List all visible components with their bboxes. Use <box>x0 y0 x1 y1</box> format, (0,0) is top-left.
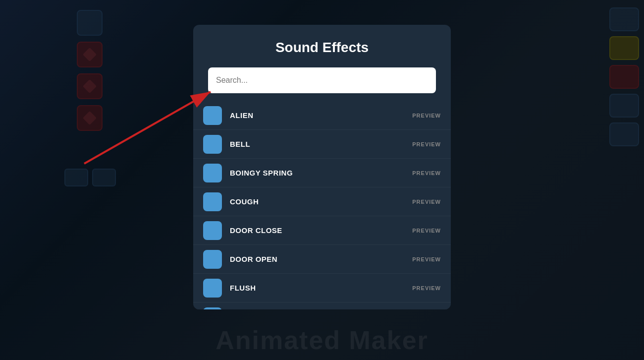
sound-icon <box>203 307 222 310</box>
sound-item[interactable]: ALIEN PREVIEW <box>193 101 451 130</box>
sound-icon <box>203 250 222 269</box>
sound-icon <box>203 135 222 154</box>
sound-item[interactable]: BOINGY SPRING PREVIEW <box>193 159 451 187</box>
sound-effects-list: ALIEN PREVIEW BELL PREVIEW BOINGY SPRING… <box>193 101 451 309</box>
modal-title: Sound Effects <box>193 40 451 56</box>
sound-name: DOOR OPEN <box>230 255 412 263</box>
sound-item[interactable]: BELL PREVIEW <box>193 130 451 159</box>
sound-item[interactable]: DOOR CLOSE PREVIEW <box>193 216 451 245</box>
sound-item[interactable]: HIGH PITCHED BLEEP PREVIEW <box>193 302 451 309</box>
sound-name: FLUSH <box>230 284 412 292</box>
sound-effects-modal: Sound Effects ALIEN PREVIEW BELL PREVIEW… <box>193 25 451 309</box>
search-container <box>193 67 451 101</box>
preview-button[interactable]: PREVIEW <box>412 170 441 176</box>
sound-name: ALIEN <box>230 111 412 120</box>
sound-name: BOINGY SPRING <box>230 169 412 177</box>
sound-icon <box>203 106 222 125</box>
preview-button[interactable]: PREVIEW <box>412 285 441 291</box>
preview-button[interactable]: PREVIEW <box>412 141 441 147</box>
preview-button[interactable]: PREVIEW <box>412 113 441 119</box>
sound-icon <box>203 221 222 240</box>
sound-icon <box>203 192 222 211</box>
sound-name: BELL <box>230 140 412 148</box>
sound-icon <box>203 164 222 182</box>
sound-item[interactable]: DOOR OPEN PREVIEW <box>193 245 451 274</box>
sound-item[interactable]: FLUSH PREVIEW <box>193 274 451 302</box>
sound-name: COUGH <box>230 197 412 206</box>
preview-button[interactable]: PREVIEW <box>412 228 441 234</box>
sound-icon <box>203 279 222 298</box>
sound-name: DOOR CLOSE <box>230 226 412 235</box>
sound-item[interactable]: COUGH PREVIEW <box>193 187 451 216</box>
preview-button[interactable]: PREVIEW <box>412 256 441 262</box>
search-input[interactable] <box>208 67 436 93</box>
preview-button[interactable]: PREVIEW <box>412 199 441 205</box>
